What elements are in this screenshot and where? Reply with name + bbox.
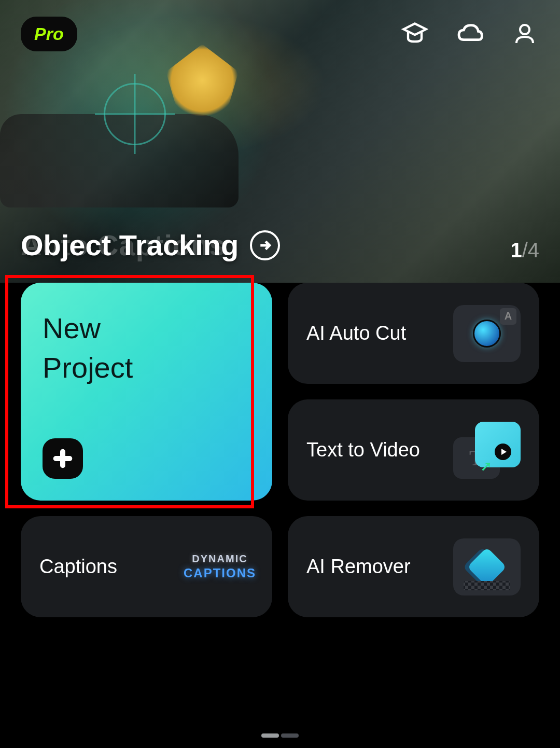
page-indicator: 1/4 [510, 239, 539, 262]
svg-point-0 [520, 25, 529, 34]
ai-remover-label: AI Remover [306, 556, 411, 578]
captions-label: Captions [39, 556, 117, 578]
crosshair-graphic [104, 83, 166, 145]
bottom-page-indicator [261, 733, 299, 738]
text-to-video-icon: T ➚ [453, 422, 521, 479]
learn-icon[interactable] [400, 19, 429, 48]
captions-icon: DYNAMIC CAPTIONS [186, 538, 254, 595]
feature-grid: New Project AI Auto Cut Text to Video T … [0, 283, 560, 617]
text-to-video-card[interactable]: Text to Video T ➚ [288, 399, 539, 501]
plus-icon [43, 438, 83, 479]
ai-auto-cut-card[interactable]: AI Auto Cut [288, 283, 539, 384]
pro-badge[interactable]: Pro [21, 17, 77, 51]
page-total: 4 [528, 239, 539, 261]
top-icons [400, 19, 539, 48]
ai-remover-icon [453, 538, 521, 595]
ai-auto-cut-label: AI Auto Cut [306, 322, 406, 344]
ai-remover-card[interactable]: AI Remover [288, 516, 539, 617]
hero-title-wrap[interactable]: Object Tracking [21, 228, 280, 262]
profile-icon[interactable] [510, 19, 539, 48]
new-project-card[interactable]: New Project [21, 283, 272, 501]
ai-auto-cut-icon [453, 305, 521, 362]
page-current: 1 [510, 239, 522, 261]
top-bar: Pro [0, 0, 560, 67]
cloud-icon[interactable] [455, 19, 484, 48]
new-project-label: New Project [43, 309, 133, 387]
hero-banner[interactable]: Pro Auto Captions Object Tracking 1/4 [0, 0, 560, 283]
arrow-right-icon [250, 230, 280, 260]
captions-card[interactable]: Captions DYNAMIC CAPTIONS [21, 516, 272, 617]
hero-title: Object Tracking [21, 228, 239, 262]
text-to-video-label: Text to Video [306, 439, 420, 461]
